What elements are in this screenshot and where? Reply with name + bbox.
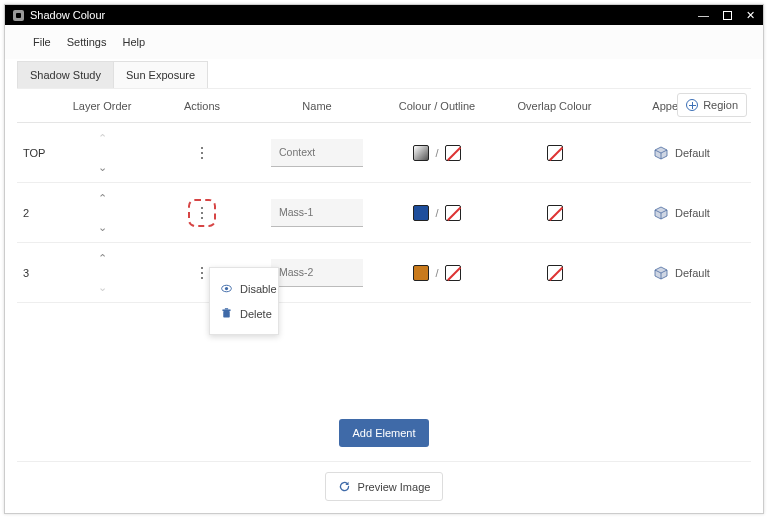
window-title: Shadow Colour [30,9,105,21]
plus-circle-icon [686,99,698,111]
overlap-colour-swatch[interactable] [547,265,563,281]
col-name: Name [257,100,377,112]
trash-icon [220,307,233,320]
tab-shadow-study[interactable]: Shadow Study [17,61,114,88]
overlap-colour-swatch[interactable] [547,145,563,161]
divider [17,461,751,462]
preview-image-button[interactable]: Preview Image [325,472,444,501]
fill-colour-swatch[interactable] [413,205,429,221]
move-up-button[interactable]: ⌃ [98,133,107,144]
appearance-label[interactable]: Default [675,147,710,159]
tab-sun-exposure[interactable]: Sun Exposure [114,61,208,88]
name-input[interactable] [271,199,363,227]
app-icon [13,10,24,21]
col-actions: Actions [147,100,257,112]
maximize-button[interactable] [723,11,732,20]
menu-item-label: Delete [240,308,272,320]
move-up-button[interactable]: ⌃ [98,193,107,204]
tabs: Shadow Study Sun Exposure [17,61,751,88]
row-id: TOP [17,147,57,159]
refresh-icon [338,480,351,493]
name-input[interactable] [271,139,363,167]
preview-button-label: Preview Image [358,481,431,493]
overlap-colour-swatch[interactable] [547,205,563,221]
menu-item-delete[interactable]: Delete [210,301,278,326]
table-row: 2 ⌃ ⌄ / [17,183,751,243]
fill-colour-swatch[interactable] [413,265,429,281]
row-actions-menu-button[interactable] [193,199,211,227]
svg-point-7 [225,287,228,290]
menu-item-label: Disable [240,283,277,295]
menu-settings[interactable]: Settings [67,36,107,48]
close-button[interactable]: ✕ [746,10,755,21]
menu-bar: File Settings Help [5,25,763,59]
table-row: 3 ⌃ ⌄ / [17,243,751,303]
add-region-button[interactable]: Region [677,93,747,117]
menu-help[interactable]: Help [122,36,145,48]
row-id: 2 [17,207,57,219]
region-button-label: Region [703,99,738,111]
title-bar: Shadow Colour — ✕ [5,5,763,25]
name-input[interactable] [271,259,363,287]
row-actions-menu-button[interactable] [193,139,211,167]
svg-rect-10 [225,308,228,309]
outline-colour-swatch[interactable] [445,205,461,221]
fill-colour-swatch[interactable] [413,145,429,161]
outline-colour-swatch[interactable] [445,265,461,281]
cube-icon [654,206,668,220]
svg-rect-9 [222,309,230,311]
move-down-button[interactable]: ⌄ [98,162,107,173]
svg-rect-8 [223,311,230,318]
colour-sep: / [435,147,438,159]
row-actions-menu: Disable Delete [209,267,279,335]
move-down-button[interactable]: ⌄ [98,282,107,293]
cube-icon [654,266,668,280]
appearance-label[interactable]: Default [675,267,710,279]
colour-sep: / [435,267,438,279]
col-colour: Colour / Outline [377,100,497,112]
row-id: 3 [17,267,57,279]
eye-icon [220,282,233,295]
col-layer-order: Layer Order [57,100,147,112]
highlight-ring [188,199,216,227]
appearance-label[interactable]: Default [675,207,710,219]
move-down-button[interactable]: ⌄ [98,222,107,233]
outline-colour-swatch[interactable] [445,145,461,161]
table-header: Layer Order Actions Name Colour / Outlin… [17,89,751,123]
colour-sep: / [435,207,438,219]
table-row: TOP ⌃ ⌄ / [17,123,751,183]
col-overlap: Overlap Colour [497,100,612,112]
add-element-button[interactable]: Add Element [339,419,430,447]
menu-file[interactable]: File [33,36,51,48]
minimize-button[interactable]: — [698,10,709,21]
move-up-button[interactable]: ⌃ [98,253,107,264]
cube-icon [654,146,668,160]
menu-item-disable[interactable]: Disable [210,276,278,301]
